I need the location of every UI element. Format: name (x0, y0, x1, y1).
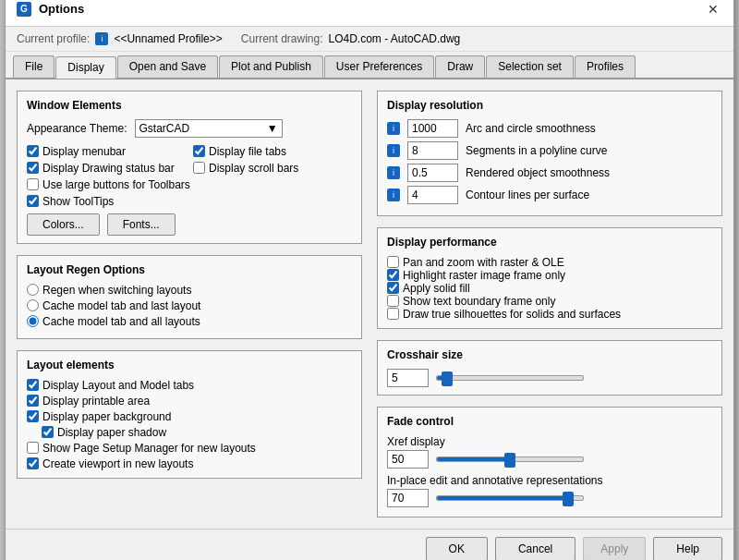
pan-zoom-raster-checkbox[interactable] (387, 256, 399, 268)
apply-button[interactable]: Apply (583, 537, 646, 561)
show-text-boundary-label: Show text boundary frame only (403, 295, 555, 308)
tab-user-preferences[interactable]: User Preferences (324, 55, 434, 78)
close-button[interactable]: ✕ (704, 0, 722, 18)
xref-display-input[interactable] (387, 450, 429, 469)
crosshair-row (387, 369, 712, 387)
display-menubar-item: Display menubar (27, 145, 186, 158)
xref-label: Xref display (387, 435, 712, 448)
regen-switching-item: Regen when switching layouts (27, 284, 352, 297)
fonts-button[interactable]: Fonts... (107, 213, 176, 236)
bottom-bar: OK Cancel Apply Help (6, 529, 733, 561)
rendered-smoothness-input[interactable] (407, 164, 458, 182)
tab-open-and-save[interactable]: Open and Save (117, 55, 218, 78)
right-panel: Display resolution i Arc and circle smoo… (377, 91, 722, 517)
display-file-tabs-item: Display file tabs (193, 145, 352, 158)
tab-display[interactable]: Display (55, 56, 115, 79)
xref-slider[interactable] (436, 457, 584, 462)
display-drawing-status-checkbox[interactable] (27, 162, 39, 174)
crosshair-slider[interactable] (436, 375, 584, 381)
layout-elements-section: Layout elements Display Layout and Model… (17, 350, 362, 479)
show-tooltips-item: Show ToolTips (27, 195, 352, 208)
res-row-2: i Rendered object smoothness (387, 164, 712, 182)
highlight-raster-checkbox[interactable] (387, 269, 399, 281)
crosshair-title: Crosshair size (387, 348, 712, 361)
display-resolution-section: Display resolution i Arc and circle smoo… (377, 91, 722, 216)
window-elements-title: Window Elements (27, 99, 352, 112)
draw-true-silhouettes-item: Draw true silhouettes for solids and sur… (387, 308, 712, 321)
polyline-segments-input[interactable] (407, 141, 458, 160)
current-drawing-label: Current drawing: (241, 32, 323, 45)
tab-draw[interactable]: Draw (435, 55, 485, 78)
layout-elements-list: Display Layout and Model tabs Display pr… (27, 379, 352, 470)
arc-smoothness-input[interactable] (407, 119, 458, 138)
display-scroll-bars-checkbox[interactable] (193, 162, 205, 174)
res-row-0: i Arc and circle smoothness (387, 119, 712, 138)
fade-control-title: Fade control (387, 415, 712, 428)
tab-profiles[interactable]: Profiles (575, 55, 636, 78)
crosshair-section: Crosshair size (377, 340, 722, 396)
tab-file[interactable]: File (13, 55, 55, 78)
inplace-edit-input[interactable] (387, 489, 429, 507)
regen-switching-radio[interactable] (27, 284, 39, 296)
display-paper-shadow-checkbox[interactable] (42, 426, 54, 438)
create-viewport-checkbox[interactable] (27, 457, 39, 469)
help-button[interactable]: Help (653, 537, 722, 561)
rendered-smoothness-label: Rendered object smoothness (466, 166, 610, 179)
contour-lines-input[interactable] (407, 186, 458, 204)
inplace-row (387, 489, 712, 507)
show-tooltips-checkbox[interactable] (27, 195, 39, 207)
crosshair-slider-thumb (442, 371, 453, 386)
display-performance-title: Display performance (387, 236, 712, 249)
appearance-theme-select[interactable]: GstarCAD ▼ (135, 119, 283, 138)
use-large-buttons-checkbox[interactable] (27, 178, 39, 190)
tab-plot-and-publish[interactable]: Plot and Publish (219, 55, 323, 78)
colors-button[interactable]: Colors... (27, 213, 100, 236)
layout-model-tabs-checkbox[interactable] (27, 379, 39, 391)
display-paper-background-checkbox[interactable] (27, 410, 39, 422)
show-text-boundary-checkbox[interactable] (387, 295, 399, 307)
display-printable-item: Display printable area (27, 395, 352, 408)
cache-model-last-radio[interactable] (27, 299, 39, 311)
title-bar-left: G Options (17, 2, 84, 17)
crosshair-input[interactable] (387, 369, 429, 387)
display-file-tabs-label: Display file tabs (209, 145, 286, 158)
contour-lines-label: Contour lines per surface (466, 189, 589, 201)
display-file-tabs-checkbox[interactable] (193, 145, 205, 157)
layout-regen-title: Layout Regen Options (27, 263, 352, 276)
colors-fonts-buttons: Colors... Fonts... (27, 213, 352, 236)
display-paper-shadow-label: Display paper shadow (57, 426, 166, 439)
cache-model-last-item: Cache model tab and last layout (27, 299, 352, 312)
show-page-setup-item: Show Page Setup Manager for new layouts (27, 442, 352, 455)
apply-solid-fill-checkbox[interactable] (387, 282, 399, 294)
ok-button[interactable]: OK (426, 537, 488, 561)
display-paper-shadow-item: Display paper shadow (42, 426, 352, 439)
draw-true-silhouettes-checkbox[interactable] (387, 308, 399, 320)
tab-selection-set[interactable]: Selection set (486, 55, 574, 78)
display-paper-background-item: Display paper background (27, 410, 352, 423)
res-icon-0: i (387, 122, 400, 135)
res-row-1: i Segments in a polyline curve (387, 141, 712, 160)
res-icon-3: i (387, 189, 400, 201)
display-paper-background-label: Display paper background (42, 410, 171, 423)
display-menubar-checkbox[interactable] (27, 145, 39, 157)
tabs-bar: File Display Open and Save Plot and Publ… (6, 52, 733, 79)
inplace-label: In-place edit and annotative representat… (387, 474, 712, 487)
profile-info-icon: i (95, 32, 108, 45)
inplace-slider[interactable] (436, 495, 584, 501)
regen-switching-label: Regen when switching layouts (42, 284, 191, 297)
current-drawing-value: LO4D.com - AutoCAD.dwg (329, 32, 461, 45)
cache-model-all-radio[interactable] (27, 315, 39, 327)
app-icon: G (17, 2, 31, 17)
drawing-section: Current drawing: LO4D.com - AutoCAD.dwg (241, 32, 460, 45)
layout-elements-title: Layout elements (27, 359, 352, 371)
res-icon-1: i (387, 144, 400, 157)
layout-model-tabs-label: Display Layout and Model tabs (42, 379, 194, 392)
polyline-segments-label: Segments in a polyline curve (466, 144, 607, 157)
cancel-button[interactable]: Cancel (495, 537, 575, 561)
display-scroll-bars-label: Display scroll bars (209, 162, 298, 175)
display-printable-checkbox[interactable] (27, 395, 39, 407)
cache-model-all-item: Cache model tab and all layouts (27, 315, 352, 328)
pan-zoom-raster-item: Pan and zoom with raster & OLE (387, 256, 712, 269)
use-large-buttons-label: Use large buttons for Toolbars (42, 178, 190, 191)
show-page-setup-checkbox[interactable] (27, 442, 39, 454)
